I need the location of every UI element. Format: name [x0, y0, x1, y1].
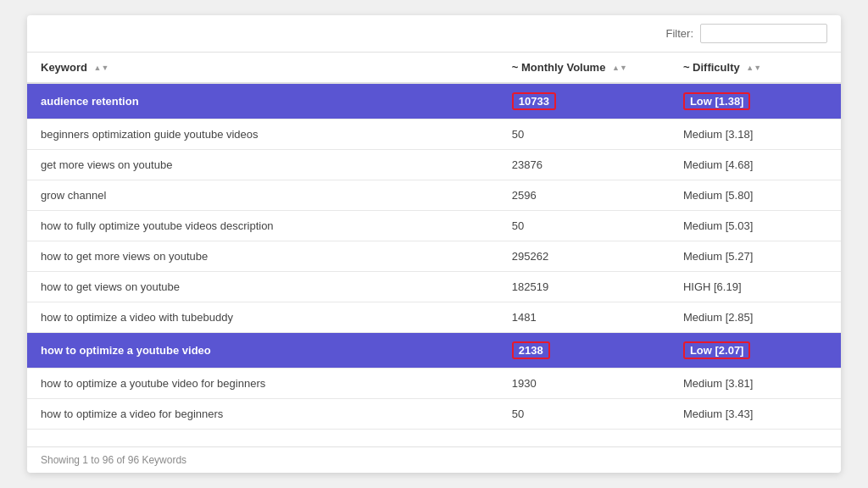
cell-difficulty: Low [2.07]: [670, 333, 841, 369]
callout-difficulty: Low [2.07]: [683, 341, 751, 359]
callout-volume: 10733: [512, 92, 556, 110]
cell-volume: 1481: [498, 302, 670, 333]
table-wrapper: Keyword ▲▼ ~ Monthly Volume ▲▼ ~ Difficu…: [27, 53, 841, 446]
table-row[interactable]: how to get more views on youtube295262Me…: [27, 241, 841, 272]
table-body: audience retention10733Low [1.38]beginne…: [27, 83, 841, 430]
table-row[interactable]: beginners optimization guide youtube vid…: [27, 119, 841, 150]
cell-volume: 1930: [498, 369, 670, 399]
table-header-row: Keyword ▲▼ ~ Monthly Volume ▲▼ ~ Difficu…: [27, 53, 841, 83]
main-container: Filter: Keyword ▲▼ ~ Monthly Volume ▲▼ ~…: [27, 15, 841, 473]
cell-difficulty: Medium [5.03]: [670, 211, 841, 241]
cell-keyword: how to optimize a youtube video for begi…: [27, 369, 498, 399]
callout-difficulty: Low [1.38]: [683, 92, 751, 110]
table-row[interactable]: how to fully optimize youtube videos des…: [27, 211, 841, 241]
cell-keyword: how to get views on youtube: [27, 272, 498, 302]
filter-input[interactable]: [700, 24, 827, 43]
table-row[interactable]: get more views on youtube23876Medium [4.…: [27, 150, 841, 180]
cell-volume: 50: [498, 399, 670, 430]
cell-difficulty: Low [1.38]: [670, 83, 841, 119]
cell-difficulty: Medium [5.80]: [670, 180, 841, 211]
cell-keyword: grow channel: [27, 180, 498, 211]
sort-icon-volume[interactable]: ▲▼: [612, 64, 627, 72]
table-row[interactable]: how to optimize a youtube video2138Low […: [27, 333, 841, 369]
cell-keyword: how to optimize a youtube video: [27, 333, 498, 369]
cell-keyword: audience retention: [27, 83, 498, 119]
col-difficulty[interactable]: ~ Difficulty ▲▼: [670, 53, 841, 83]
filter-bar: Filter:: [27, 15, 841, 53]
footer-text: Showing 1 to 96 of 96 Keywords: [41, 454, 186, 466]
cell-volume: 50: [498, 119, 670, 150]
col-volume[interactable]: ~ Monthly Volume ▲▼: [498, 53, 670, 83]
table-row[interactable]: how to optimize a video with tubebuddy14…: [27, 302, 841, 333]
table-row[interactable]: audience retention10733Low [1.38]: [27, 83, 841, 119]
callout-volume: 2138: [512, 341, 550, 359]
cell-keyword: how to fully optimize youtube videos des…: [27, 211, 498, 241]
cell-keyword: how to optimize a video with tubebuddy: [27, 302, 498, 333]
table-row[interactable]: how to get views on youtube182519HIGH [6…: [27, 272, 841, 302]
filter-label: Filter:: [666, 27, 694, 40]
cell-volume: 23876: [498, 150, 670, 180]
cell-keyword: how to optimize a video for beginners: [27, 399, 498, 430]
cell-volume: 2138: [498, 333, 670, 369]
footer: Showing 1 to 96 of 96 Keywords: [27, 446, 841, 473]
cell-volume: 295262: [498, 241, 670, 272]
cell-volume: 182519: [498, 272, 670, 302]
cell-volume: 50: [498, 211, 670, 241]
cell-volume: 2596: [498, 180, 670, 211]
cell-difficulty: Medium [3.43]: [670, 399, 841, 430]
cell-difficulty: Medium [3.81]: [670, 369, 841, 399]
sort-icon-difficulty[interactable]: ▲▼: [746, 64, 761, 72]
cell-volume: 10733: [498, 83, 670, 119]
cell-difficulty: Medium [2.85]: [670, 302, 841, 333]
cell-difficulty: HIGH [6.19]: [670, 272, 841, 302]
table-row[interactable]: how to optimize a video for beginners50M…: [27, 399, 841, 430]
cell-difficulty: Medium [4.68]: [670, 150, 841, 180]
sort-icon-keyword[interactable]: ▲▼: [94, 64, 109, 72]
table-row[interactable]: grow channel2596Medium [5.80]: [27, 180, 841, 211]
table-row[interactable]: how to optimize a youtube video for begi…: [27, 369, 841, 399]
cell-keyword: get more views on youtube: [27, 150, 498, 180]
col-keyword[interactable]: Keyword ▲▼: [27, 53, 498, 83]
keywords-table: Keyword ▲▼ ~ Monthly Volume ▲▼ ~ Difficu…: [27, 53, 841, 430]
cell-keyword: beginners optimization guide youtube vid…: [27, 119, 498, 150]
cell-keyword: how to get more views on youtube: [27, 241, 498, 272]
cell-difficulty: Medium [3.18]: [670, 119, 841, 150]
cell-difficulty: Medium [5.27]: [670, 241, 841, 272]
